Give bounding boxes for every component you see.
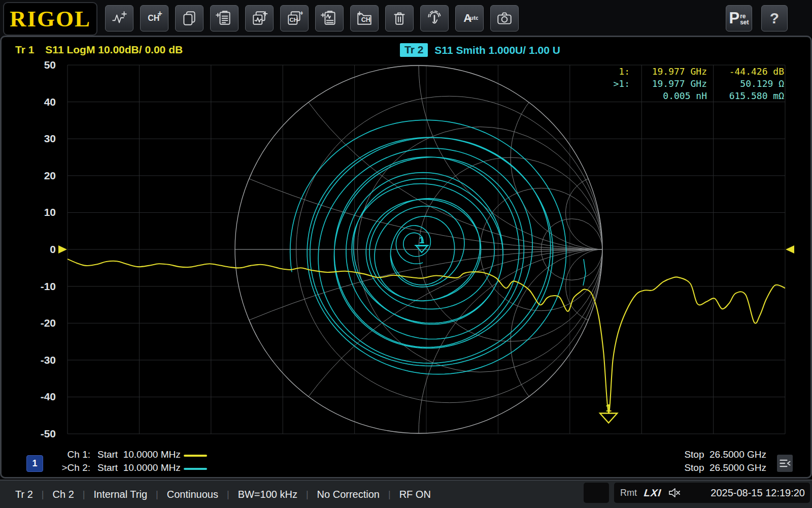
clipboard-waveform-icon [321,10,338,27]
copy-channel-window-button[interactable]: CH+ [280,5,309,31]
datetime: 2025-08-15 12:19:20 [710,487,805,499]
status-separator: | [83,489,85,500]
y-axis-label: -10 [17,280,56,293]
preset-big-letter: P [729,12,739,25]
preset-top-text: re [740,13,749,19]
svg-text:1: 1 [419,235,425,245]
y-axis-label: -40 [17,390,56,403]
copy-icon [181,10,198,27]
marker-readout-value: 50.129 Ω [707,78,784,90]
status-separator: | [306,489,309,500]
copy-trace-window-button[interactable] [245,5,274,31]
channel-start-frequency[interactable]: Start 10.0000 MHz [97,462,181,473]
status-system-box: Rmt LXI 2025-08-15 12:19:20 [614,483,810,503]
status-item: Continuous [167,489,218,500]
svg-text:+: + [300,10,303,17]
menu-collapse-button[interactable] [777,455,793,472]
status-item: BW=100 kHz [238,489,297,500]
status-item: No Correction [317,489,380,500]
tr2-inner-arc [396,226,430,264]
trace2-active-badge: Tr 2 [400,43,428,57]
y-axis-label: -20 [17,316,56,330]
y-axis-label: -50 [17,427,56,440]
measurement-plot[interactable]: 11 [0,37,812,478]
menu-collapse-icon [779,457,792,470]
ref-level-triangle-left [58,245,67,253]
trace1-label: Tr 1 [15,44,34,55]
status-separator: | [388,489,391,500]
status-item: Internal Trig [93,489,147,500]
y-axis-label: 20 [17,169,56,182]
channel-label: Ch 1: [54,449,90,460]
trace-setup-button[interactable] [315,5,344,31]
add-trace-button[interactable] [105,5,133,31]
help-icon: ? [770,10,779,27]
preset-label: P re set [729,12,749,25]
remote-indicator: Rmt [620,488,637,498]
toolbar-button-row: CH+CH+CHAuto [105,5,519,31]
trash-icon [391,10,408,27]
smith-grid [0,37,812,478]
svg-text:+: + [157,10,162,18]
marker-readout-label [603,90,630,102]
channel-folder-button[interactable]: CH [350,5,379,31]
preset-button[interactable]: P re set [726,5,752,31]
copy-channel-button[interactable] [175,5,204,31]
marker-readout: 1:19.977 GHz-44.426 dB>1:19.977 GHz50.12… [603,66,784,102]
clipboard-list-icon [216,10,233,27]
status-separator: | [42,489,44,500]
marker-readout-freq: 0.005 nH [630,90,707,102]
channel-info-row: >Ch 2:Start 10.0000 MHzStop 26.5000 GHz [0,462,812,475]
svg-text:CH: CH [361,16,370,23]
rigol-logo: RIGOL [3,2,97,36]
status-separator: | [227,489,229,500]
status-spare-box [584,483,609,503]
windows-waveform-plus-icon [251,10,268,27]
marker-readout-value: 615.580 mΩ [707,90,784,102]
trace2-info[interactable]: Tr 2 S11 Smith 1.000U/ 1.00 U [400,43,560,57]
status-item: Ch 2 [53,489,74,500]
trace1-info[interactable]: Tr 1S11 LogM 10.00dB/ 0.00 dB [15,44,183,56]
camera-icon [496,10,513,27]
top-toolbar: RIGOL CH+CH+CHAuto P re set ? [0,0,812,37]
channel-start-frequency[interactable]: Start 10.0000 MHz [97,449,181,460]
waveform-plus-icon [111,10,128,27]
auto-icon: Auto [461,10,478,27]
channel-info-row: Ch 1:Start 10.0000 MHzStop 26.5000 GHz [0,449,812,462]
marker-readout-label: 1: [603,66,630,78]
trace-color-swatch [184,468,207,470]
status-separator: | [156,489,158,500]
status-item: RF ON [399,489,431,500]
channel-plus-icon: CH+ [146,10,163,27]
lxi-logo: LXI [644,487,662,499]
marker-readout-freq: 19.977 GHz [630,78,707,90]
svg-text:1: 1 [605,402,612,414]
y-axis-label: -30 [17,354,56,367]
measure-table-button[interactable] [210,5,239,31]
svg-text:CH: CH [289,16,298,23]
screenshot-button[interactable] [490,5,519,31]
channel-stop-frequency[interactable]: Stop 26.5000 GHz [684,462,766,473]
channel-stop-frequency[interactable]: Stop 26.5000 GHz [684,449,766,460]
y-axis-label: 10 [17,206,56,219]
marker-readout-label: >1: [603,78,630,90]
help-button[interactable]: ? [761,5,788,31]
svg-text:uto: uto [470,14,478,21]
windows-channel-plus-icon: CH+ [286,10,303,27]
trace-marker-1: 1 [600,402,617,423]
preset-bottom-text: set [740,19,749,25]
delete-button[interactable] [385,5,414,31]
y-axis-label: 0 [17,243,56,256]
trace-color-swatch [184,455,207,457]
ref-level-triangle-right [786,245,794,253]
speaker-muted-icon[interactable] [668,487,681,498]
y-axis-label: 40 [17,96,56,109]
autoscale-button[interactable]: Auto [455,5,484,31]
add-channel-button[interactable]: CH+ [140,5,168,31]
trace2-detail: S11 Smith 1.000U/ 1.00 U [434,44,560,56]
folder-channel-icon: CH [356,10,373,27]
touch-button[interactable] [420,5,449,31]
tr2-smith-trace [290,120,566,374]
smith-marker-1: 1 [415,235,429,252]
channel-label: >Ch 2: [54,462,90,473]
